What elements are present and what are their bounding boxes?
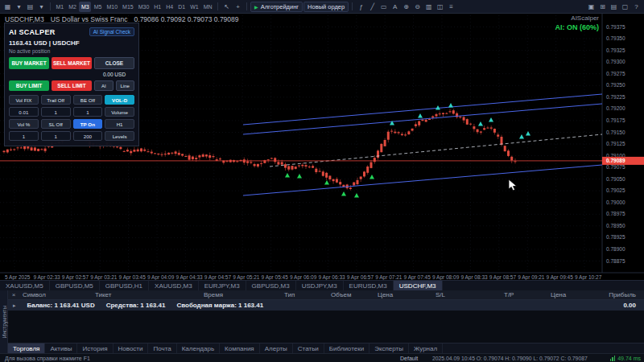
cursor-icon[interactable]: ↖ bbox=[221, 2, 232, 12]
toolbox-tab-0[interactable]: Торговля bbox=[8, 343, 45, 353]
chart-tab-gbpusd-m3[interactable]: GBPUSD,M3 bbox=[246, 281, 296, 290]
new-order-button[interactable]: Новый ордер bbox=[303, 2, 349, 12]
toolbox-column-0[interactable]: Символ bbox=[19, 291, 92, 298]
chart-tab-gbpusd-h1[interactable]: GBPUSD,H1 bbox=[100, 281, 149, 290]
chart-tab-eurjpy-m3[interactable]: EURJPY,M3 bbox=[199, 281, 246, 290]
toolbox-tab-8[interactable]: Статьи bbox=[293, 343, 324, 353]
panel-cell-vol-fix[interactable]: Vol FIX bbox=[9, 95, 39, 105]
toolbox-close-button[interactable]: × bbox=[8, 291, 19, 298]
panel-cell-vol-d[interactable]: VOL-D bbox=[105, 95, 134, 105]
toolbox-tab-10[interactable]: Эксперты bbox=[369, 343, 409, 353]
toolbox-column-1[interactable]: Тикет bbox=[92, 291, 200, 298]
toolbox-column-3[interactable]: Тип bbox=[281, 291, 328, 298]
chart-window[interactable]: 5 Apr 20259 Apr 02:339 Apr 02:579 Apr 03… bbox=[0, 14, 644, 280]
new-window-icon[interactable]: ◫ bbox=[435, 2, 445, 12]
toolbox-tab-6[interactable]: Компания bbox=[220, 343, 260, 353]
indicators-icon[interactable]: ƒ bbox=[356, 2, 366, 12]
expander-icon[interactable]: ▸ bbox=[13, 302, 16, 309]
chart-tab-usdjpy-m3[interactable]: USDJPY,M3 bbox=[296, 281, 344, 290]
toolbox-tab-5[interactable]: Календарь bbox=[177, 343, 220, 353]
market-watch-icon[interactable]: ▣ bbox=[586, 2, 597, 12]
balance-row[interactable]: ▸Баланс: 1 163.41 USDСредства: 1 163.41С… bbox=[8, 300, 644, 311]
sell-limit-button[interactable]: SELL LIMIT bbox=[52, 80, 92, 91]
toolbox-column-8[interactable]: Цена bbox=[547, 291, 592, 298]
toolbox-tab-1[interactable]: Активы bbox=[45, 343, 77, 353]
profiles-dropdown-icon[interactable]: ▾ bbox=[36, 2, 47, 12]
toolbox-tab-3[interactable]: Новости bbox=[114, 343, 149, 353]
sell-market-button[interactable]: SELL MARKET bbox=[52, 57, 92, 69]
timeframe-h4[interactable]: H4 bbox=[164, 2, 175, 12]
chart-tab-xauusd-m3[interactable]: XAUUSD,M3 bbox=[149, 281, 199, 290]
panel-cell-1[interactable]: 1 bbox=[9, 131, 39, 141]
chart-tab-usdchf-m3[interactable]: USDCHF,M3 bbox=[394, 281, 443, 290]
toolbox-tab-9[interactable]: Библиотеки bbox=[324, 343, 369, 353]
timeframe-m3[interactable]: M3 bbox=[79, 2, 91, 12]
window-list-icon[interactable]: ≡ bbox=[446, 2, 456, 12]
shapes-icon[interactable]: ▭ bbox=[378, 2, 389, 12]
toolbox-column-5[interactable]: Цена bbox=[374, 291, 432, 298]
panel-cell-levels[interactable]: Levels bbox=[105, 131, 134, 141]
panel-cell-1[interactable]: 1 bbox=[41, 131, 71, 141]
chart-tab-eurusd-m3[interactable]: EURUSD,M3 bbox=[344, 281, 394, 290]
panel-cell-volume[interactable]: Volume bbox=[105, 107, 134, 117]
timeframe-m2[interactable]: M2 bbox=[67, 2, 79, 12]
timeframe-m10[interactable]: M10 bbox=[105, 2, 120, 12]
text-label-icon[interactable]: A bbox=[390, 2, 400, 12]
panel-cell-0-01[interactable]: 0.01 bbox=[9, 107, 39, 117]
zoom-in-icon[interactable]: ⊕ bbox=[401, 2, 411, 12]
timeframe-m15[interactable]: M15 bbox=[121, 2, 136, 12]
panel-cell-tp-on[interactable]: TP On bbox=[73, 119, 103, 129]
fullscreen-icon[interactable]: ▢ bbox=[620, 2, 630, 12]
ai-signal-check-button[interactable]: AI Signal Check bbox=[89, 27, 134, 36]
profiles-icon[interactable]: ▤ bbox=[25, 2, 35, 12]
timeframe-w1[interactable]: W1 bbox=[188, 2, 201, 12]
bar-ohlc-readout: 2025.04.09 10:45 O: 0.79074 H: 0.79090 L… bbox=[432, 356, 588, 361]
panel-cell-200[interactable]: 200 bbox=[73, 131, 103, 141]
profile-selector[interactable]: Default bbox=[400, 356, 418, 361]
objects-icon[interactable]: ╱ bbox=[367, 2, 378, 12]
tile-windows-icon[interactable]: ▥ bbox=[423, 2, 434, 12]
zoom-out-icon[interactable]: ⊖ bbox=[412, 2, 423, 12]
svg-text:9 Apr 05:21: 9 Apr 05:21 bbox=[233, 274, 260, 280]
ai-toggle-button[interactable]: AI bbox=[94, 80, 114, 91]
panel-cell-1[interactable]: 1 bbox=[73, 107, 103, 117]
new-chart-dropdown-icon[interactable]: ▾ bbox=[14, 2, 24, 12]
algo-trading-button[interactable]: ▶Алготрейдинг bbox=[250, 2, 303, 12]
toolbox-icon[interactable]: ▤ bbox=[609, 2, 619, 12]
buy-market-button[interactable]: BUY MARKET bbox=[9, 57, 49, 69]
toolbox-column-9[interactable]: Прибыль bbox=[592, 291, 644, 298]
panel-cell-1[interactable]: 1 bbox=[41, 107, 71, 117]
help-icon[interactable]: ? bbox=[631, 2, 642, 12]
timeframe-m30[interactable]: M30 bbox=[136, 2, 151, 12]
toolbox-tab-4[interactable]: Почта bbox=[148, 343, 176, 353]
panel-cell-trail-off[interactable]: Trail Off bbox=[41, 95, 71, 105]
timeframe-m1[interactable]: M1 bbox=[54, 2, 66, 12]
toolbox-column-6[interactable]: S/L bbox=[432, 291, 501, 298]
toolbox-column-4[interactable]: Объем bbox=[328, 291, 374, 298]
chart-tab-gbpusd-m5[interactable]: GBPUSD,M5 bbox=[50, 281, 100, 290]
chart-tab-xauusd-m5[interactable]: XAUUSD,M5 bbox=[0, 281, 50, 290]
svg-text:9 Apr 02:33: 9 Apr 02:33 bbox=[33, 274, 60, 280]
panel-cell-sl-off[interactable]: SL Off bbox=[41, 119, 71, 129]
close-position-button[interactable]: CLOSE bbox=[94, 57, 134, 69]
panel-cell-vol-[interactable]: Vol % bbox=[9, 119, 39, 129]
timeframe-m5[interactable]: M5 bbox=[92, 2, 104, 12]
toolbox-tab-2[interactable]: История bbox=[77, 343, 113, 353]
timeframe-mn[interactable]: MN bbox=[201, 2, 214, 12]
toolbox-tab-7[interactable]: Алерты bbox=[260, 343, 293, 353]
navigator-icon[interactable]: ⊞ bbox=[597, 2, 608, 12]
connection-status[interactable]: 49.74 ms bbox=[610, 356, 641, 361]
toolbox-column-7[interactable]: T/P bbox=[501, 291, 547, 298]
toolbox-tab-11[interactable]: Журнал bbox=[409, 343, 443, 353]
timeframe-h1[interactable]: H1 bbox=[152, 2, 163, 12]
buy-limit-button[interactable]: BUY LIMIT bbox=[9, 80, 49, 91]
separator bbox=[246, 2, 247, 10]
toolbox-side-tab[interactable]: Инструменты bbox=[0, 290, 8, 353]
panel-cell-be-off[interactable]: BE Off bbox=[73, 95, 103, 105]
crosshair-icon[interactable]: + bbox=[233, 2, 243, 12]
timeframe-d1[interactable]: D1 bbox=[176, 2, 188, 12]
panel-cell-h1[interactable]: H1 bbox=[105, 119, 134, 129]
toolbox-column-2[interactable]: Время bbox=[200, 291, 281, 298]
line-toggle-button[interactable]: Line bbox=[116, 80, 135, 91]
new-chart-icon[interactable]: ▦ bbox=[2, 2, 13, 12]
